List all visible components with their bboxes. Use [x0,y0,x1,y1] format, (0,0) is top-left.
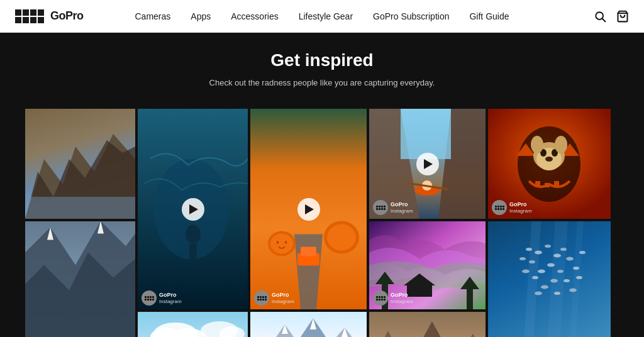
media-cell-6[interactable] [25,221,135,337]
svg-point-54 [553,254,561,258]
svg-point-64 [564,279,570,282]
media-cell-4[interactable]: GoPro Instagram [369,109,486,219]
media-cell-3[interactable]: GoPro Instagram [250,109,367,309]
svg-point-70 [576,276,582,279]
gopro-badge-3: GoPro Instagram [254,290,294,306]
svg-point-16 [270,234,293,254]
media-cell-5[interactable]: GoPro Instagram [488,109,611,219]
svg-rect-6 [25,197,135,219]
svg-point-73 [569,289,577,292]
svg-point-65 [541,285,548,289]
gopro-avatar-4 [373,200,388,215]
gopro-avatar-2 [142,290,157,306]
svg-point-67 [519,257,526,260]
play-button-4[interactable] [416,153,439,175]
svg-point-58 [538,270,545,273]
svg-point-61 [566,257,574,261]
play-button-3[interactable] [297,198,320,221]
gopro-badge-4: GoPro Instagram [373,200,413,215]
svg-point-63 [550,279,558,283]
main-nav: Cameras Apps Accessories Lifestyle Gear … [135,11,509,21]
media-cell-8[interactable] [488,221,611,337]
gopro-avatar-7 [373,290,388,306]
media-cell-11[interactable] [369,312,486,337]
gopro-label-7: GoPro Instagram [391,292,413,304]
nav-item-lifestyle-gear[interactable]: Lifestyle Gear [299,11,353,21]
svg-rect-10 [189,244,197,263]
hero-section: Get inspired Check out the radness peopl… [0,33,644,109]
svg-point-62 [532,276,538,279]
nav-item-subscription[interactable]: GoPro Subscription [373,11,449,21]
svg-rect-31 [535,181,540,187]
svg-rect-32 [545,183,550,187]
svg-rect-33 [554,181,559,187]
gopro-badge-5: GoPro Instagram [492,200,532,215]
svg-point-59 [557,270,564,273]
cart-button[interactable] [616,10,629,23]
media-cell-9[interactable] [138,312,248,337]
navbar: GoPro Cameras Apps Accessories Lifestyle… [0,0,644,33]
svg-line-1 [602,18,606,21]
gopro-avatar-3 [254,290,269,306]
media-cell-2[interactable]: GoPro Instagram [138,109,248,309]
nav-item-apps[interactable]: Apps [191,11,211,21]
gopro-badge-2: GoPro Instagram [142,290,182,306]
svg-point-55 [529,260,535,263]
gopro-label-5: GoPro Instagram [509,201,532,214]
gopro-label-3: GoPro Instagram [272,292,294,304]
svg-rect-14 [301,247,316,257]
svg-point-60 [526,248,532,251]
media-cell-1[interactable] [25,109,135,219]
svg-point-71 [535,292,542,296]
logo[interactable]: GoPro [15,9,84,23]
svg-point-18 [327,224,356,251]
gopro-label-2: GoPro Instagram [159,292,182,304]
navbar-actions [594,10,629,23]
svg-point-39 [531,136,543,153]
media-cell-7[interactable]: GoPro Instagram [369,221,486,309]
hero-subtitle: Check out the radness people like you ar… [0,78,644,87]
svg-point-68 [579,251,586,254]
hero-title: Get inspired [0,50,644,70]
media-cell-10[interactable] [250,312,367,337]
nav-item-gift-guide[interactable]: Gift Guide [469,11,509,21]
svg-point-69 [522,270,530,273]
svg-point-52 [535,251,542,255]
nav-item-cameras[interactable]: Cameras [135,11,171,21]
svg-point-38 [545,157,553,162]
svg-point-57 [560,248,567,251]
search-button[interactable] [594,10,606,23]
gopro-badge-7: GoPro Instagram [373,290,413,306]
svg-point-9 [186,225,201,244]
svg-point-56 [547,263,555,267]
svg-point-53 [545,245,551,248]
gopro-label-4: GoPro Instagram [391,201,413,214]
gopro-avatar-5 [492,200,507,215]
svg-point-66 [573,267,579,270]
logo-text: GoPro [50,9,84,23]
svg-point-40 [555,136,567,153]
media-grid: GoPro Instagram [0,109,644,337]
svg-point-72 [554,292,560,295]
logo-grid-icon [15,9,44,23]
svg-rect-22 [401,109,451,159]
nav-item-accessories[interactable]: Accessories [231,11,278,21]
play-button-2[interactable] [182,198,204,221]
